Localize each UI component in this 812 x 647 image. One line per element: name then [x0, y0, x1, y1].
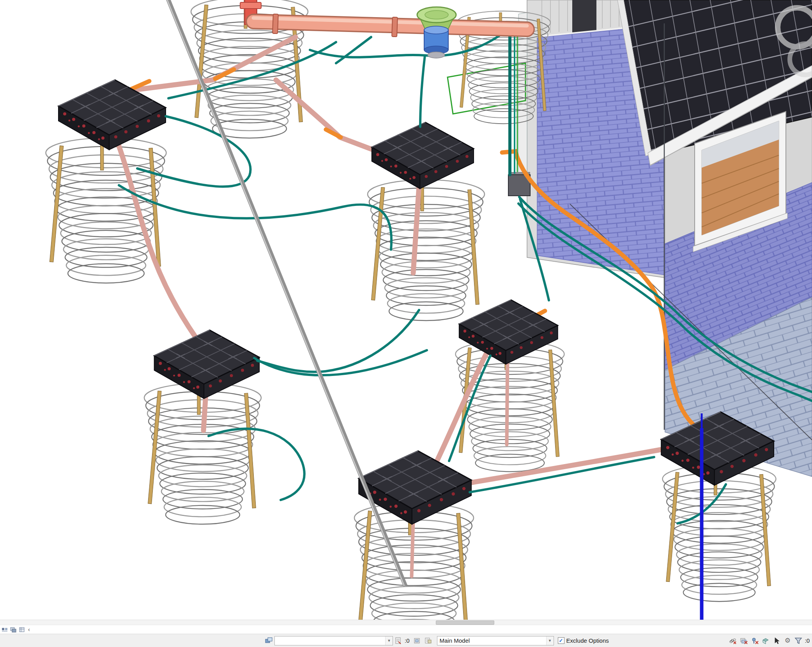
design-options-icon[interactable] — [424, 637, 433, 645]
combo-arrow-icon[interactable]: ▾ — [546, 636, 554, 645]
pipe-flange — [240, 2, 261, 9]
select-by-face-icon[interactable] — [761, 637, 770, 645]
building[interactable] — [506, 0, 812, 477]
revit-window: ‹ ▾ :0 Main Model ▾ ✓ Exclude Options — [0, 0, 812, 647]
exclude-options-checkbox[interactable]: ✓ — [558, 637, 564, 644]
3d-viewport[interactable] — [0, 0, 812, 620]
horizontal-scrollbar[interactable] — [0, 620, 812, 625]
editable-only-filter-icon[interactable] — [394, 637, 403, 645]
pipe-coupler — [272, 14, 278, 34]
reveal-hidden-elements-icon[interactable] — [10, 627, 17, 633]
worksharing-display-icon[interactable] — [2, 627, 8, 633]
pipe-coupler — [392, 17, 398, 37]
wire-basket[interactable] — [368, 180, 485, 321]
active-workset-select[interactable]: ▾ — [274, 636, 393, 645]
wire-basket[interactable] — [46, 138, 166, 283]
selection-filter-icon[interactable] — [794, 637, 803, 645]
infiltration-crate[interactable] — [372, 122, 474, 189]
model-scene — [0, 0, 812, 620]
temporary-view-properties-icon[interactable] — [19, 627, 25, 633]
combo-arrow-icon[interactable]: ▾ — [385, 636, 393, 645]
drag-on-selection-icon[interactable] — [772, 637, 781, 645]
select-underlay-icon[interactable] — [739, 637, 748, 645]
exclude-options-label: Exclude Options — [566, 637, 609, 644]
checkbox-checked-icon: ✓ — [559, 638, 563, 643]
background-processes-icon[interactable]: ⚙ — [783, 637, 792, 645]
selection-filter-count: :0 — [805, 637, 810, 644]
editable-count: :0 — [405, 637, 410, 644]
infiltration-crate[interactable] — [154, 330, 260, 399]
viewbar-collapse-chevron[interactable]: ‹ — [27, 627, 31, 632]
select-links-icon[interactable] — [729, 637, 737, 645]
scrollbar-thumb[interactable] — [436, 620, 494, 625]
select-pinned-icon[interactable] — [750, 637, 759, 645]
view-control-bar: ‹ — [0, 625, 812, 634]
active-workset-icon — [265, 637, 273, 645]
active-design-option-value: Main Model — [440, 637, 470, 644]
wire-basket[interactable] — [663, 465, 776, 601]
status-bar: ▾ :0 Main Model ▾ ✓ Exclude Options — [0, 634, 812, 647]
design-option-pick-icon[interactable] — [413, 637, 422, 645]
active-design-option-select[interactable]: Main Model ▾ — [437, 636, 554, 645]
